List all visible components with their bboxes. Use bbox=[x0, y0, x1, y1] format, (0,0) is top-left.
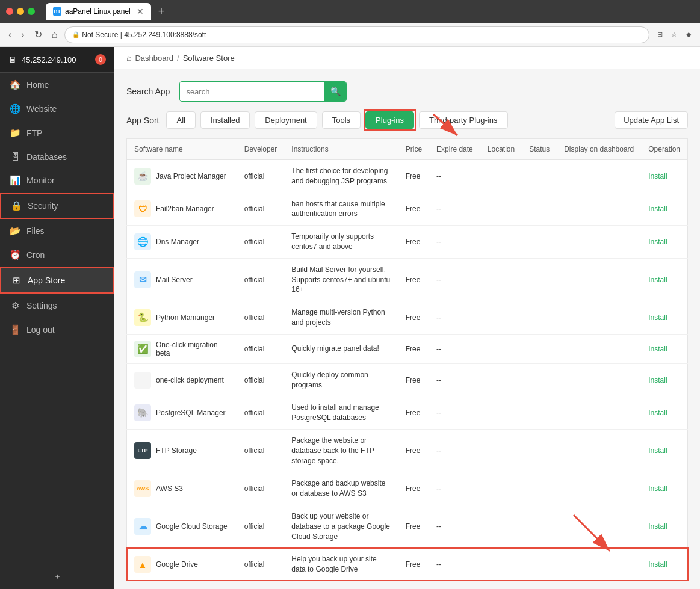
website-icon: 🌐 bbox=[10, 103, 20, 114]
cell-operation[interactable]: Install bbox=[641, 363, 687, 396]
ftp-icon: 📁 bbox=[10, 128, 20, 138]
cell-operation[interactable]: Install bbox=[641, 258, 687, 301]
close-dot[interactable] bbox=[6, 8, 13, 15]
home-button[interactable]: ⌂ bbox=[49, 27, 60, 43]
cell-status bbox=[522, 429, 557, 472]
cell-operation[interactable]: Install bbox=[641, 226, 687, 259]
cell-instructions: Manage multi-version Python and projects bbox=[284, 301, 398, 335]
install-button[interactable]: Install bbox=[648, 276, 667, 284]
sidebar-item-logout[interactable]: 🚪 Log out bbox=[0, 318, 114, 342]
sidebar-item-ftp[interactable]: 📁 FTP bbox=[0, 121, 114, 145]
cell-operation[interactable]: Install bbox=[641, 472, 687, 505]
sort-all-button[interactable]: All bbox=[166, 111, 195, 129]
browser-tab[interactable]: BT aaPanel Linux panel ✕ bbox=[46, 3, 151, 20]
cell-instructions: Quickly migrate panel data! bbox=[284, 334, 398, 363]
translate-icon[interactable]: ⊞ bbox=[654, 29, 665, 40]
sidebar-item-security[interactable]: 🔒 Security bbox=[0, 193, 114, 219]
cell-developer: official bbox=[237, 334, 285, 363]
cell-operation[interactable]: Install bbox=[641, 548, 687, 581]
update-app-list-button[interactable]: Update App List bbox=[615, 111, 688, 129]
sidebar-item-label: Settings bbox=[26, 301, 57, 310]
app-icon: ☕ bbox=[134, 168, 151, 185]
table-wrapper: Software name Developer Instructions Pri… bbox=[126, 138, 688, 581]
cell-status bbox=[522, 193, 557, 226]
table-row: ✅ One-click migration beta official Quic… bbox=[127, 334, 688, 363]
extension-icon[interactable]: ◆ bbox=[683, 29, 694, 40]
cell-operation[interactable]: Install bbox=[641, 334, 687, 363]
install-button[interactable]: Install bbox=[648, 409, 667, 417]
sort-tools-button[interactable]: Tools bbox=[322, 111, 361, 129]
install-button[interactable]: Install bbox=[648, 522, 667, 531]
cell-price: Free bbox=[398, 472, 429, 505]
cell-location bbox=[480, 193, 522, 226]
sidebar-item-monitor[interactable]: 📊 Monitor bbox=[0, 168, 114, 193]
minimize-dot[interactable] bbox=[17, 8, 24, 15]
sidebar-item-home[interactable]: 🏠 Home bbox=[0, 73, 114, 97]
security-icon: 🔒 bbox=[11, 200, 22, 211]
search-button[interactable]: 🔍 bbox=[324, 81, 346, 102]
cell-status bbox=[522, 334, 557, 363]
address-bar[interactable]: 🔒 Not Secure | 45.252.249.100:8888/soft bbox=[64, 26, 649, 43]
cell-expire: -- bbox=[429, 505, 480, 547]
cell-developer: official bbox=[237, 301, 285, 335]
cell-name: AWS AWS S3 bbox=[127, 472, 237, 505]
breadcrumb-current: Software Store bbox=[183, 54, 235, 63]
install-button[interactable]: Install bbox=[648, 205, 667, 213]
install-button[interactable]: Install bbox=[648, 313, 667, 322]
table-row: 🐘 PostgreSQL Manager official Used to in… bbox=[127, 396, 688, 430]
search-input[interactable] bbox=[180, 82, 324, 101]
cron-icon: ⏰ bbox=[10, 250, 20, 261]
app-name: one-click deployment bbox=[156, 376, 224, 384]
home-breadcrumb-icon: ⌂ bbox=[126, 53, 131, 63]
cell-name: 🐘 PostgreSQL Manager bbox=[127, 396, 237, 430]
app-icon: 🐘 bbox=[134, 404, 151, 421]
cell-price: Free bbox=[398, 548, 429, 581]
sidebar-item-label: Home bbox=[26, 80, 49, 90]
sidebar: 🖥 45.252.249.100 0 🏠 Home 🌐 Website 📁 FT… bbox=[0, 47, 114, 589]
sidebar-add-button[interactable]: ＋ bbox=[0, 564, 114, 589]
cell-developer: official bbox=[237, 548, 285, 581]
cell-instructions: Help you back up your site data to Googl… bbox=[284, 548, 398, 581]
sidebar-item-databases[interactable]: 🗄 Databases bbox=[0, 145, 114, 168]
install-button[interactable]: Install bbox=[648, 376, 667, 384]
bookmark-icon[interactable]: ☆ bbox=[669, 29, 680, 40]
svg-line-1 bbox=[433, 114, 457, 135]
cell-display bbox=[557, 396, 641, 430]
cell-operation[interactable]: Install bbox=[641, 160, 687, 193]
install-button[interactable]: Install bbox=[648, 484, 667, 493]
install-button[interactable]: Install bbox=[648, 446, 667, 455]
table-row: ☁ Google Cloud Storage official Back up … bbox=[127, 505, 688, 547]
forward-button[interactable]: › bbox=[19, 27, 26, 43]
cell-operation[interactable]: Install bbox=[641, 396, 687, 430]
breadcrumb-separator: / bbox=[177, 54, 179, 63]
cell-operation[interactable]: Install bbox=[641, 429, 687, 472]
cell-price: Free bbox=[398, 258, 429, 301]
install-button[interactable]: Install bbox=[648, 345, 667, 353]
sidebar-item-cron[interactable]: ⏰ Cron bbox=[0, 243, 114, 267]
sidebar-item-appstore[interactable]: ⊞ App Store bbox=[0, 267, 114, 294]
install-button[interactable]: Install bbox=[648, 172, 667, 180]
back-button[interactable]: ‹ bbox=[6, 27, 14, 43]
sidebar-item-label: FTP bbox=[26, 128, 42, 138]
install-button[interactable]: Install bbox=[648, 238, 667, 246]
sidebar-item-settings[interactable]: ⚙ Settings bbox=[0, 294, 114, 318]
new-tab-button[interactable]: + bbox=[158, 5, 165, 18]
cell-operation[interactable]: Install bbox=[641, 193, 687, 226]
reload-button[interactable]: ↻ bbox=[32, 26, 45, 43]
breadcrumb-home[interactable]: Dashboard bbox=[135, 54, 173, 63]
sort-installed-button[interactable]: Installed bbox=[200, 111, 250, 129]
cell-operation[interactable]: Install bbox=[641, 301, 687, 335]
maximize-dot[interactable] bbox=[28, 8, 35, 15]
tab-close-button[interactable]: ✕ bbox=[137, 7, 144, 16]
app-icon: ✅ bbox=[134, 341, 151, 357]
sidebar-item-website[interactable]: 🌐 Website bbox=[0, 97, 114, 121]
sidebar-item-files[interactable]: 📂 Files bbox=[0, 219, 114, 243]
cell-display bbox=[557, 472, 641, 505]
cell-display bbox=[557, 334, 641, 363]
cell-operation[interactable]: Install bbox=[641, 505, 687, 547]
sort-plugins-button[interactable]: Plug-ins bbox=[365, 111, 414, 129]
cell-developer: official bbox=[237, 396, 285, 430]
sort-deployment-button[interactable]: Deployment bbox=[255, 111, 317, 129]
install-button[interactable]: Install bbox=[648, 560, 667, 569]
cell-location bbox=[480, 301, 522, 335]
